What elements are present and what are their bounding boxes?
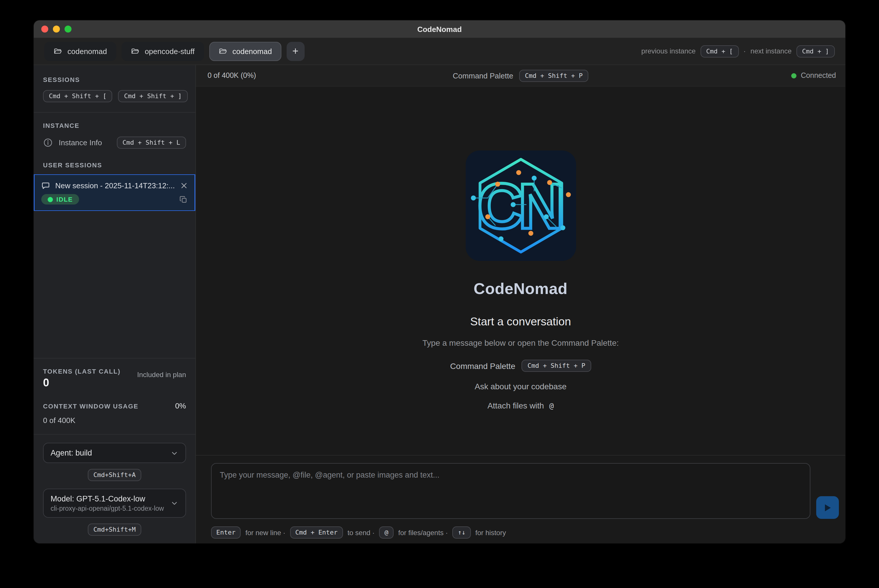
previous-instance-label: previous instance xyxy=(641,47,696,55)
copy-icon[interactable] xyxy=(179,195,188,204)
send-button[interactable] xyxy=(816,496,839,519)
previous-instance-kbd[interactable]: Cmd + [ xyxy=(700,45,739,57)
cmd-enter-kbd: Cmd + Enter xyxy=(290,526,343,538)
chat-bubble-icon xyxy=(41,181,50,190)
instance-nav: previous instance Cmd + [ · next instanc… xyxy=(641,45,835,57)
start-conversation-subheading: Type a message below or open the Command… xyxy=(422,338,619,348)
enter-kbd: Enter xyxy=(211,526,241,538)
status-badge: IDLE xyxy=(41,194,80,204)
user-sessions-header: USER SESSIONS xyxy=(43,162,186,168)
chevron-down-icon xyxy=(170,499,179,507)
tab-strip: codenomad opencode-stuff codenomad + pre… xyxy=(34,38,845,65)
folder-icon xyxy=(54,47,62,56)
add-tab-button[interactable]: + xyxy=(286,42,304,61)
tab-label: codenomad xyxy=(232,47,272,56)
connection-status-label: Connected xyxy=(801,72,836,80)
close-session-icon[interactable] xyxy=(180,182,188,189)
tab-opencode-stuff[interactable]: opencode-stuff xyxy=(122,42,204,61)
tip-codebase: Ask about your codebase xyxy=(475,382,566,391)
codenomad-logo: C N xyxy=(465,150,576,261)
at-symbol: @ xyxy=(549,401,554,410)
hint-text: for history xyxy=(475,528,506,537)
status-label: IDLE xyxy=(56,196,73,203)
composer: Enter for new line · Cmd + Enter to send… xyxy=(196,455,845,543)
empty-state: C N xyxy=(196,87,845,455)
titlebar: CodeNomad xyxy=(34,20,845,38)
desktop: CodeNomad codenomad opencode-stuff cod xyxy=(0,0,879,588)
model-select[interactable]: Model: GPT-5.1-Codex-low cli-proxy-api-o… xyxy=(43,489,186,518)
session-title: New session - 2025-11-14T23:12:... xyxy=(55,181,175,190)
palette-tip-kbd[interactable]: Cmd + Shift + P xyxy=(522,360,591,372)
model-select-label: Model: GPT-5.1-Codex-low xyxy=(51,495,166,503)
hint-text: for files/agents · xyxy=(398,528,448,537)
tokens-header: TOKENS (LAST CALL) xyxy=(43,368,121,375)
model-select-sublabel: cli-proxy-api-openai/gpt-5.1-codex-low xyxy=(51,505,166,512)
tab-codenomad-1[interactable]: codenomad xyxy=(44,42,116,61)
start-conversation-heading: Start a conversation xyxy=(470,315,571,328)
svg-text:C: C xyxy=(477,170,523,242)
sidebar: SESSIONS Cmd + Shift + [ Cmd + Shift + ]… xyxy=(34,65,196,543)
hint-text: to send · xyxy=(347,528,374,537)
tip-attach-text: Attach files with xyxy=(487,401,544,410)
window-title: CodeNomad xyxy=(34,25,845,33)
sessions-header: SESSIONS xyxy=(43,76,186,83)
tab-label: opencode-stuff xyxy=(145,47,195,56)
instance-header: INSTANCE xyxy=(43,122,186,129)
instance-info-kbd[interactable]: Cmd + Shift + L xyxy=(117,136,186,149)
instance-info-label: Instance Info xyxy=(59,138,117,147)
info-icon xyxy=(43,138,53,148)
context-usage-detail: 0 of 400K xyxy=(43,416,186,434)
model-kbd[interactable]: Cmd+Shift+M xyxy=(87,524,141,536)
chevron-down-icon xyxy=(170,449,179,457)
command-palette-label: Command Palette xyxy=(453,71,513,80)
agent-select-label: Agent: build xyxy=(51,448,166,457)
agent-kbd[interactable]: Cmd+Shift+A xyxy=(87,469,141,481)
agent-select[interactable]: Agent: build xyxy=(43,443,186,463)
connection-status-dot-icon xyxy=(791,73,796,78)
context-usage-indicator: 0 of 400K (0%) xyxy=(207,72,256,80)
app-name-title: CodeNomad xyxy=(473,280,567,298)
message-input[interactable] xyxy=(211,463,810,519)
session-list-empty-space xyxy=(34,211,195,358)
instance-nav-separator: · xyxy=(744,47,746,55)
folder-icon xyxy=(131,47,140,56)
next-instance-label: next instance xyxy=(751,47,792,55)
main-panel: 0 of 400K (0%) Command Palette Cmd + Shi… xyxy=(196,65,845,543)
command-palette-kbd[interactable]: Cmd + Shift + P xyxy=(519,69,589,82)
at-kbd: @ xyxy=(379,526,394,538)
context-usage-header: CONTEXT WINDOW USAGE xyxy=(43,402,138,410)
plan-note: Included in plan xyxy=(137,371,186,379)
next-instance-kbd[interactable]: Cmd + ] xyxy=(796,45,835,57)
instance-info-row[interactable]: Instance Info Cmd + Shift + L xyxy=(43,136,186,149)
svg-text:N: N xyxy=(518,170,564,242)
app-window: CodeNomad codenomad opencode-stuff cod xyxy=(34,20,845,543)
sessions-next-kbd[interactable]: Cmd + Shift + ] xyxy=(118,90,188,102)
folder-icon xyxy=(218,47,227,56)
play-icon xyxy=(824,504,831,512)
sessions-prev-kbd[interactable]: Cmd + Shift + [ xyxy=(43,90,113,102)
hint-text: for new line · xyxy=(245,528,285,537)
main-header: 0 of 400K (0%) Command Palette Cmd + Shi… xyxy=(196,65,845,87)
composer-hints: Enter for new line · Cmd + Enter to send… xyxy=(211,526,839,538)
status-dot-icon xyxy=(48,196,53,202)
tip-attach: Attach files with @ xyxy=(487,401,554,410)
session-card[interactable]: New session - 2025-11-14T23:12:... IDLE xyxy=(34,174,195,211)
tab-label: codenomad xyxy=(68,47,107,56)
tokens-value: 0 xyxy=(43,376,121,389)
history-arrows-kbd: ↑↓ xyxy=(452,526,471,538)
context-usage-percent: 0% xyxy=(175,402,186,410)
tab-codenomad-2-active[interactable]: codenomad xyxy=(209,42,281,61)
palette-tip-label: Command Palette xyxy=(450,361,515,370)
